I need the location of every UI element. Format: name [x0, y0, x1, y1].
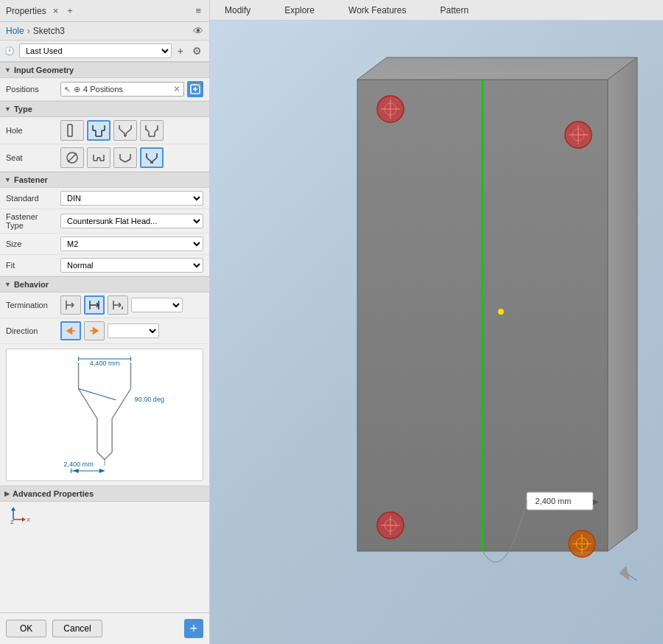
- properties-panel: Properties × + ≡ Hole › Sketch3 👁 🕐 Last…: [0, 0, 210, 644]
- svg-text:▶: ▶: [593, 497, 599, 505]
- fit-select[interactable]: Normal: [60, 258, 203, 273]
- svg-text:90,00 deg: 90,00 deg: [134, 396, 164, 403]
- close-tab-button[interactable]: ×: [51, 4, 61, 17]
- positions-add-button[interactable]: [187, 81, 203, 97]
- svg-line-20: [126, 129, 131, 133]
- svg-line-40: [125, 159, 130, 162]
- svg-text:2,400 mm: 2,400 mm: [63, 461, 94, 468]
- svg-marker-85: [99, 469, 105, 473]
- fastener-label: Fastener: [14, 175, 48, 184]
- panel-title: Properties: [6, 6, 46, 16]
- positions-label: Positions: [6, 85, 57, 94]
- preset-select[interactable]: Last Used: [19, 43, 172, 58]
- fastener-section-header[interactable]: ▼ Fastener: [0, 172, 209, 188]
- hole-simple-button[interactable]: [60, 120, 84, 141]
- add-tab-button[interactable]: +: [65, 4, 75, 17]
- advanced-section-header[interactable]: ▶ Advanced Properties: [0, 486, 209, 502]
- input-geometry-section-header[interactable]: ▼ Input Geometry: [0, 62, 209, 78]
- triangle-right-icon: ▶: [4, 490, 10, 497]
- hole-spotface-button[interactable]: [140, 120, 164, 141]
- svg-line-73: [105, 452, 112, 460]
- svg-line-16: [119, 129, 124, 133]
- hole-type-icons: [60, 120, 203, 141]
- triangle-icon: ▼: [4, 281, 11, 288]
- direction-normal-button[interactable]: [84, 321, 105, 340]
- termination-icons: [60, 295, 203, 315]
- type-section-header[interactable]: ▼ Type: [0, 101, 209, 117]
- size-label: Size: [6, 239, 57, 248]
- visibility-icon[interactable]: 👁: [193, 25, 203, 37]
- advanced-label: Advanced Properties: [13, 489, 94, 498]
- preset-bar: 🕐 Last Used + ⚙: [0, 41, 209, 62]
- size-select[interactable]: M2: [60, 237, 203, 251]
- svg-marker-94: [608, 57, 637, 551]
- breadcrumb-parent[interactable]: Hole: [6, 26, 24, 36]
- ok-button[interactable]: OK: [6, 620, 46, 637]
- positions-count: 4 Positions: [83, 85, 123, 94]
- hole-diagram: 4,400 mm 90,00 deg 2,400 mm: [6, 349, 203, 481]
- clock-icon: 🕐: [4, 46, 15, 56]
- hole-diagram-svg: 4,400 mm 90,00 deg 2,400 mm: [13, 355, 197, 475]
- hole-counterbore-button[interactable]: [87, 120, 110, 141]
- termination-distance-button[interactable]: [60, 295, 81, 315]
- viewport-svg: 2,400 mm ▶: [210, 21, 663, 629]
- svg-marker-93: [357, 57, 637, 80]
- panel-header: Properties × + ≡: [0, 0, 209, 22]
- breadcrumb-current: Sketch3: [33, 26, 65, 36]
- triangle-icon: ▼: [4, 105, 11, 113]
- triangle-icon: ▼: [4, 176, 11, 183]
- fit-label: Fit: [6, 261, 57, 270]
- menu-button[interactable]: ≡: [193, 4, 203, 17]
- svg-line-69: [112, 389, 130, 419]
- termination-through-button[interactable]: [84, 295, 105, 315]
- hole-countersunk-button[interactable]: [113, 120, 137, 141]
- toolbar-pattern[interactable]: Pattern: [435, 5, 475, 15]
- preset-add-button[interactable]: +: [175, 44, 186, 57]
- toolbar-explore[interactable]: Explore: [278, 5, 320, 15]
- add-button[interactable]: +: [184, 619, 203, 638]
- termination-select[interactable]: [131, 298, 183, 312]
- toolbar-work-features[interactable]: Work Features: [343, 5, 412, 15]
- svg-marker-87: [11, 507, 15, 511]
- standard-label: Standard: [6, 194, 57, 203]
- behavior-section-header[interactable]: ▼ Behavior: [0, 276, 209, 293]
- standard-select[interactable]: DIN: [60, 191, 203, 206]
- axis-svg: Z X: [6, 505, 35, 527]
- direction-select[interactable]: [108, 323, 159, 338]
- direction-row: Direction: [0, 318, 209, 344]
- fastener-type-row: Fastener Type Countersunk Flat Head...: [0, 209, 209, 234]
- toolbar-modify[interactable]: Modify: [219, 5, 256, 15]
- direction-flip-button[interactable]: [60, 321, 81, 340]
- size-row: Size M2: [0, 234, 209, 255]
- preset-gear-button[interactable]: ⚙: [189, 44, 205, 57]
- add-sketch-icon: [190, 84, 200, 94]
- svg-marker-62: [66, 327, 72, 335]
- seat-none-button[interactable]: [60, 147, 84, 168]
- behavior-label: Behavior: [14, 280, 49, 289]
- seat-type-row: Seat: [0, 144, 209, 172]
- termination-label: Termination: [6, 301, 57, 309]
- seat-countersink-button[interactable]: [140, 147, 164, 168]
- axis-indicator: Z X: [0, 502, 209, 530]
- svg-marker-118: [619, 566, 630, 581]
- seat-type-icons: [60, 147, 203, 168]
- cancel-button[interactable]: Cancel: [52, 620, 102, 637]
- plus-crosshair-icon: ⊕: [74, 85, 80, 94]
- seat-angled-button[interactable]: [113, 147, 137, 168]
- svg-line-43: [147, 158, 152, 162]
- seat-label: Seat: [6, 153, 57, 162]
- direction-icons: [60, 321, 203, 340]
- hole-type-row: Hole: [0, 117, 209, 144]
- termination-to-button[interactable]: [108, 295, 128, 315]
- type-label: Type: [14, 105, 32, 113]
- positions-clear-icon[interactable]: ✕: [173, 84, 180, 94]
- seat-flat-button[interactable]: [87, 147, 110, 168]
- viewport-3d: Modify Explore Work Features Pattern: [210, 0, 663, 644]
- positions-input-box[interactable]: ↖ ⊕ 4 Positions ✕: [60, 82, 184, 97]
- svg-line-44: [152, 158, 157, 162]
- termination-row: Termination: [0, 293, 209, 318]
- fit-row: Fit Normal: [0, 255, 209, 276]
- fastener-type-select[interactable]: Countersunk Flat Head...: [60, 214, 203, 228]
- standard-row: Standard DIN: [0, 188, 209, 209]
- svg-line-30: [68, 153, 77, 162]
